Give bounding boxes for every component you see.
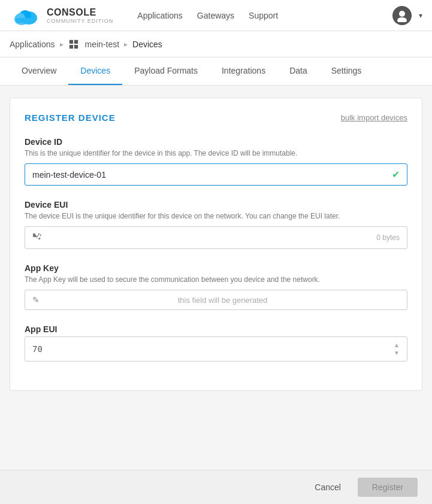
device-eui-label: Device EUI	[25, 200, 407, 210]
cancel-button[interactable]: Cancel	[305, 478, 351, 497]
breadcrumb-sep-2: ▸	[124, 40, 128, 48]
edit-icon[interactable]: ✎	[32, 295, 40, 305]
app-eui-input-wrapper: ▲ ▼	[25, 336, 407, 362]
app-key-input-wrapper: ✎ this field will be generated	[25, 290, 407, 310]
user-dropdown-icon[interactable]: ▾	[419, 11, 422, 20]
logo-subtitle: COMMUNITY EDITION	[47, 18, 113, 24]
breadcrumb-applications[interactable]: Applications	[10, 40, 55, 49]
device-eui-section: Device EUI The device EUI is the unique …	[25, 200, 407, 249]
footer-bar: Cancel Register	[0, 470, 432, 504]
nav-support[interactable]: Support	[249, 1, 278, 30]
device-id-section: Device ID This is the unique identifier …	[25, 137, 407, 186]
app-eui-input[interactable]	[32, 344, 394, 354]
register-button[interactable]: Register	[358, 478, 418, 497]
app-key-placeholder: this field will be generated	[46, 296, 400, 305]
tab-overview[interactable]: Overview	[10, 57, 68, 85]
device-eui-bytes: 0 bytes	[376, 233, 400, 242]
svg-rect-9	[69, 44, 72, 48]
svg-rect-10	[74, 44, 77, 48]
device-id-description: This is the unique identifier for the de…	[25, 149, 407, 157]
svg-rect-4	[16, 18, 35, 23]
register-device-card: REGISTER DEVICE bulk import devices Devi…	[10, 98, 422, 391]
breadcrumb-current: Devices	[132, 40, 162, 49]
avatar[interactable]	[392, 6, 412, 25]
svg-point-6	[397, 17, 407, 22]
tab-data[interactable]: Data	[277, 57, 319, 85]
bulk-import-link[interactable]: bulk import devices	[341, 113, 407, 122]
nav-gateways[interactable]: Gateways	[197, 1, 234, 30]
nav-applications[interactable]: Applications	[137, 1, 183, 30]
logo[interactable]: CONSOLE COMMUNITY EDITION	[10, 5, 113, 26]
breadcrumb-sep-1: ▸	[60, 40, 64, 48]
tab-integrations[interactable]: Integrations	[210, 57, 277, 85]
randomize-icon[interactable]	[32, 232, 42, 244]
tabs-bar: Overview Devices Payload Formats Integra…	[0, 57, 432, 86]
device-eui-description: The device EUI is the unique identifier …	[25, 212, 407, 220]
app-eui-label: App EUI	[25, 324, 407, 334]
svg-rect-8	[74, 40, 77, 43]
breadcrumb: Applications ▸ mein-test ▸ Devices	[0, 31, 432, 57]
tab-devices[interactable]: Devices	[68, 57, 122, 85]
device-eui-input-wrapper: 0 bytes	[25, 226, 407, 249]
tab-payload-formats[interactable]: Payload Formats	[122, 57, 210, 85]
app-eui-spinner[interactable]: ▲ ▼	[394, 342, 400, 356]
svg-rect-7	[69, 40, 72, 43]
breadcrumb-app-name[interactable]: mein-test	[85, 40, 120, 49]
device-id-label: Device ID	[25, 137, 407, 147]
top-navbar: CONSOLE COMMUNITY EDITION Applications G…	[0, 0, 432, 31]
device-id-input[interactable]	[32, 170, 387, 180]
nav-right: ▾	[392, 6, 422, 25]
app-key-label: App Key	[25, 263, 407, 273]
tab-settings[interactable]: Settings	[319, 57, 374, 85]
device-id-valid-icon: ✔	[392, 169, 400, 180]
app-eui-section: App EUI ▲ ▼	[25, 324, 407, 362]
device-id-input-wrapper: ✔	[25, 163, 407, 186]
register-device-title: REGISTER DEVICE	[25, 113, 116, 123]
main-content: REGISTER DEVICE bulk import devices Devi…	[0, 86, 432, 403]
nav-links: Applications Gateways Support	[137, 1, 392, 30]
card-header: REGISTER DEVICE bulk import devices	[25, 113, 407, 123]
app-key-description: The App Key will be used to secure the c…	[25, 275, 407, 284]
svg-point-5	[399, 11, 405, 17]
logo-title: CONSOLE	[47, 7, 113, 18]
app-key-section: App Key The App Key will be used to secu…	[25, 263, 407, 310]
breadcrumb-app-icon	[68, 39, 79, 50]
